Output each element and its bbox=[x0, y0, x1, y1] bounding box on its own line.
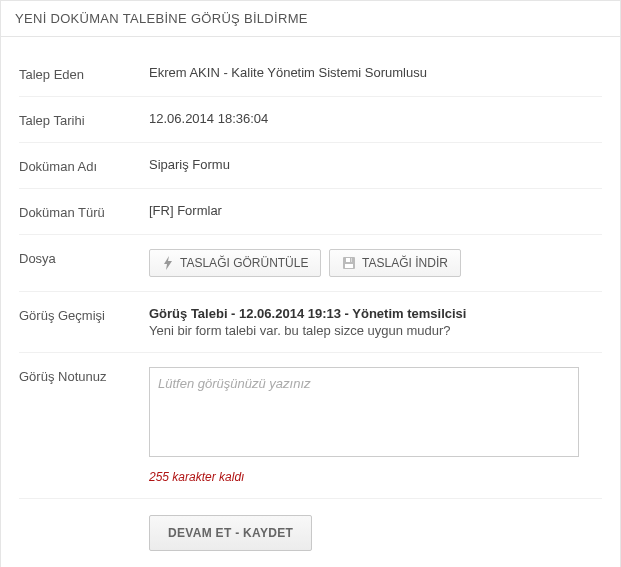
history-entry-message: Yeni bir form talebi var. bu talep sizce… bbox=[149, 323, 602, 338]
file-actions: TASLAĞI GÖRÜNTÜLE TASLAĞI İNDİR bbox=[149, 249, 602, 277]
svg-rect-1 bbox=[345, 264, 353, 268]
disk-icon bbox=[342, 256, 356, 270]
doc-type-value: [FR] Formlar bbox=[149, 203, 602, 218]
submit-spacer bbox=[19, 515, 149, 517]
download-draft-label: TASLAĞI İNDİR bbox=[362, 256, 448, 270]
view-draft-button[interactable]: TASLAĞI GÖRÜNTÜLE bbox=[149, 249, 321, 277]
row-doc-type: Doküman Türü [FR] Formlar bbox=[19, 189, 602, 235]
row-request-date: Talep Tarihi 12.06.2014 18:36:04 bbox=[19, 97, 602, 143]
row-submit: DEVAM ET - KAYDET bbox=[19, 499, 602, 565]
panel-title: YENİ DOKÜMAN TALEBİNE GÖRÜŞ BİLDİRME bbox=[1, 1, 620, 37]
file-label: Dosya bbox=[19, 249, 149, 266]
row-file: Dosya TASLAĞI GÖRÜNTÜLE TASLAĞI İNDİR bbox=[19, 235, 602, 292]
requester-label: Talep Eden bbox=[19, 65, 149, 82]
char-counter: 255 karakter kaldı bbox=[149, 470, 602, 484]
doc-name-label: Doküman Adı bbox=[19, 157, 149, 174]
row-note: Görüş Notunuz 255 karakter kaldı bbox=[19, 353, 602, 499]
note-label: Görüş Notunuz bbox=[19, 367, 149, 384]
form-panel: YENİ DOKÜMAN TALEBİNE GÖRÜŞ BİLDİRME Tal… bbox=[0, 0, 621, 567]
doc-name-value: Sipariş Formu bbox=[149, 157, 602, 172]
row-doc-name: Doküman Adı Sipariş Formu bbox=[19, 143, 602, 189]
row-history: Görüş Geçmişi Görüş Talebi - 12.06.2014 … bbox=[19, 292, 602, 353]
svg-rect-3 bbox=[350, 258, 352, 262]
history-label: Görüş Geçmişi bbox=[19, 306, 149, 323]
opinion-textarea[interactable] bbox=[149, 367, 579, 457]
requester-value: Ekrem AKIN - Kalite Yönetim Sistemi Soru… bbox=[149, 65, 602, 80]
note-value: 255 karakter kaldı bbox=[149, 367, 602, 484]
download-draft-button[interactable]: TASLAĞI İNDİR bbox=[329, 249, 461, 277]
history-entry-title: Görüş Talebi - 12.06.2014 19:13 - Yöneti… bbox=[149, 306, 602, 321]
submit-actions: DEVAM ET - KAYDET bbox=[149, 515, 602, 551]
history-value: Görüş Talebi - 12.06.2014 19:13 - Yöneti… bbox=[149, 306, 602, 338]
view-draft-label: TASLAĞI GÖRÜNTÜLE bbox=[180, 256, 308, 270]
row-requester: Talep Eden Ekrem AKIN - Kalite Yönetim S… bbox=[19, 51, 602, 97]
continue-save-button[interactable]: DEVAM ET - KAYDET bbox=[149, 515, 312, 551]
request-date-label: Talep Tarihi bbox=[19, 111, 149, 128]
doc-type-label: Doküman Türü bbox=[19, 203, 149, 220]
panel-body: Talep Eden Ekrem AKIN - Kalite Yönetim S… bbox=[1, 37, 620, 567]
lightning-icon bbox=[162, 256, 174, 270]
request-date-value: 12.06.2014 18:36:04 bbox=[149, 111, 602, 126]
